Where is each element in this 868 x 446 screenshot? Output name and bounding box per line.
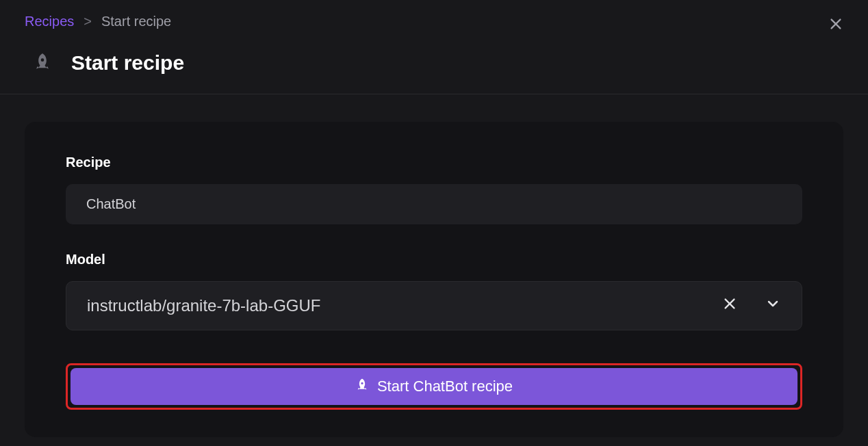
breadcrumb-separator: >	[84, 14, 92, 29]
chevron-down-icon	[765, 296, 781, 312]
page-header: Recipes > Start recipe Start recipe	[0, 0, 868, 94]
rocket-icon	[355, 378, 369, 395]
close-icon	[722, 296, 737, 311]
breadcrumb: Recipes > Start recipe	[25, 14, 843, 29]
start-recipe-button[interactable]: Start ChatBot recipe	[71, 368, 797, 405]
page-title: Start recipe	[71, 51, 184, 75]
combobox-actions	[722, 296, 781, 316]
model-value: instructlab/granite-7b-lab-GGUF	[87, 296, 320, 315]
close-button[interactable]	[828, 16, 843, 34]
breadcrumb-root-link[interactable]: Recipes	[25, 14, 74, 29]
start-button-highlight: Start ChatBot recipe	[66, 363, 802, 410]
model-clear-button[interactable]	[722, 296, 737, 315]
model-combobox[interactable]: instructlab/granite-7b-lab-GGUF	[66, 281, 802, 330]
close-icon	[828, 16, 843, 31]
start-button-label: Start ChatBot recipe	[377, 378, 513, 395]
recipe-input[interactable]: ChatBot	[66, 184, 802, 224]
breadcrumb-current: Start recipe	[101, 14, 171, 29]
title-row: Start recipe	[25, 51, 843, 75]
rocket-icon	[33, 52, 52, 74]
model-dropdown-toggle[interactable]	[765, 296, 781, 316]
model-label: Model	[66, 252, 802, 267]
content-area: Recipe ChatBot Model instructlab/granite…	[0, 94, 868, 446]
recipe-label: Recipe	[66, 155, 802, 170]
form-card: Recipe ChatBot Model instructlab/granite…	[25, 122, 843, 437]
